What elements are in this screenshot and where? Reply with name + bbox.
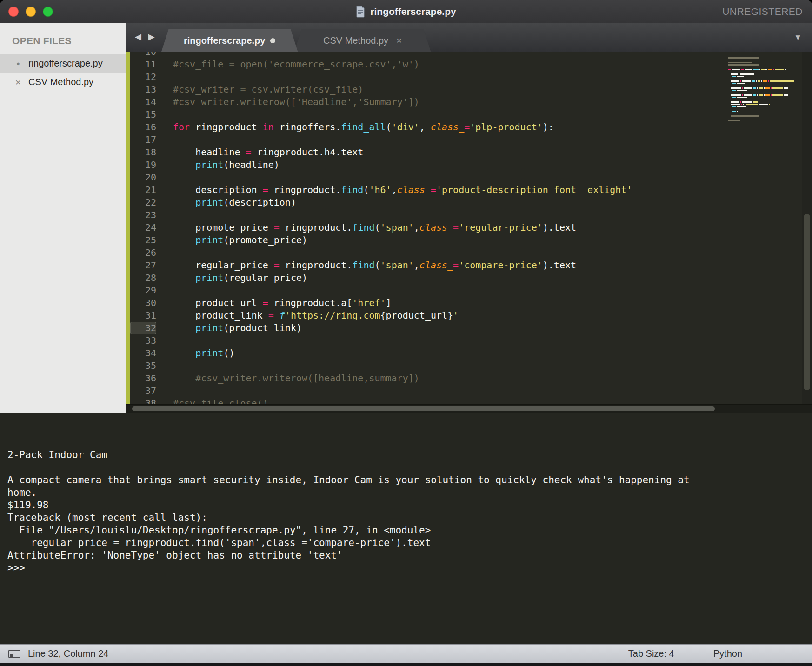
code-text: headline = ringproduct.h4.text: [156, 146, 363, 159]
code-line-23: 23: [126, 209, 812, 221]
sublime-window: ringofferscrape.py UNREGISTERED OPEN FIL…: [0, 0, 812, 666]
horizontal-scrollbar[interactable]: [126, 404, 812, 413]
close-icon[interactable]: ×: [14, 77, 22, 87]
line-number: 16: [130, 121, 156, 133]
line-number: 15: [130, 108, 156, 121]
code-line-26: 26: [126, 246, 812, 259]
line-number: 33: [130, 334, 156, 347]
code-text: [156, 133, 173, 146]
line-number: 18: [130, 146, 156, 159]
code-text: product_link = f'https://ring.com{produc…: [156, 309, 459, 322]
line-number: 24: [130, 221, 156, 234]
code-line-34: 34 print(): [126, 347, 812, 360]
status-right-group: Tab Size: 4 Python: [628, 648, 812, 659]
line-number: 32: [130, 322, 156, 334]
tab-csv-method.py[interactable]: CSV Method.py×: [294, 29, 431, 52]
code-line-16: 16for ringproduct in ringoffers.find_all…: [126, 121, 812, 133]
line-number: 30: [130, 297, 156, 309]
console-line: home.: [7, 486, 805, 499]
line-number: 19: [130, 159, 156, 171]
file-label: CSV Method.py: [28, 77, 93, 87]
close-window-button[interactable]: [8, 7, 19, 17]
panel-toggle-icon[interactable]: [8, 650, 20, 658]
code-text: print(headline): [156, 159, 280, 171]
tab-size-indicator[interactable]: Tab Size: 4: [628, 648, 674, 659]
code-line-36: 36 #csv_writer.writerow([headline,summar…: [126, 372, 812, 385]
line-number: 22: [130, 196, 156, 209]
line-number: 36: [130, 372, 156, 385]
code-text: #csv_file.close(): [156, 397, 268, 404]
tab-nav-arrows: ◀ ▶: [135, 32, 155, 42]
line-number: 37: [130, 385, 156, 397]
line-number: 25: [130, 234, 156, 246]
code-text: promote_price = ringproduct.find('span',…: [156, 221, 576, 234]
file-label: ringofferscrape.py: [28, 58, 103, 69]
console-line: A compact camera that brings smart secur…: [7, 474, 805, 486]
tab-prev-icon[interactable]: ◀: [135, 32, 141, 42]
unregistered-label: UNREGISTERED: [722, 6, 803, 17]
code-text: [156, 284, 173, 297]
line-number: 20: [130, 171, 156, 184]
code-line-37: 37: [126, 385, 812, 397]
code-text: #csv_writer.writerow([headline,summary]): [156, 372, 419, 385]
code-line-25: 25 print(promote_price): [126, 234, 812, 246]
zoom-window-button[interactable]: [43, 7, 53, 17]
code-line-31: 31 product_link = f'https://ring.com{pro…: [126, 309, 812, 322]
tab-overflow-icon[interactable]: ▼: [794, 33, 802, 42]
code-line-21: 21 description = ringproduct.find('h6',c…: [126, 184, 812, 196]
code-line-30: 30 product_url = ringproduct.a['href']: [126, 297, 812, 309]
code-text: product_url = ringproduct.a['href']: [156, 297, 392, 309]
syntax-indicator[interactable]: Python: [713, 648, 742, 659]
code-text: [156, 334, 173, 347]
tab-next-icon[interactable]: ▶: [148, 32, 155, 42]
minimize-window-button[interactable]: [26, 7, 36, 17]
window-bottom-edge: [0, 663, 812, 666]
console-line: >>>: [7, 562, 805, 574]
console-line: $119.98: [7, 499, 805, 512]
code-text: #csv_file = open('ecommerce_scrape.csv',…: [156, 58, 419, 71]
line-number: 14: [130, 96, 156, 108]
code-line-11: 11#csv_file = open('ecommerce_scrape.csv…: [126, 58, 812, 71]
code-line-38: 38#csv_file.close(): [126, 397, 812, 404]
modified-dot-icon: [270, 38, 275, 43]
traffic-lights: [8, 7, 53, 17]
tab-label: ringofferscrape.py: [184, 35, 266, 46]
editor-column: ◀ ▶ ringofferscrape.pyCSV Method.py× ▼ 1…: [126, 23, 812, 413]
code-text: [156, 209, 173, 221]
code-text: [156, 108, 173, 121]
code-text: [156, 71, 173, 83]
code-line-27: 27 regular_price = ringproduct.find('spa…: [126, 259, 812, 272]
sidebar-file-item[interactable]: ×CSV Method.py: [0, 73, 126, 91]
code-editor[interactable]: 1011#csv_file = open('ecommerce_scrape.c…: [126, 52, 812, 404]
console-output: 2-Pack Indoor Cam A compact camera that …: [7, 449, 805, 574]
line-number: 17: [130, 133, 156, 146]
minimap[interactable]: [728, 55, 798, 122]
minimap-row: [728, 120, 798, 122]
line-number: 21: [130, 184, 156, 196]
window-title-group: ringofferscrape.py: [356, 6, 456, 18]
console-line: File "/Users/louislu/Desktop/ringoffersc…: [7, 524, 805, 537]
tab-strip: ringofferscrape.pyCSV Method.py×: [161, 29, 431, 52]
code-text: regular_price = ringproduct.find('span',…: [156, 259, 576, 272]
line-number: 12: [130, 71, 156, 83]
line-number: 28: [130, 272, 156, 284]
code-text: [156, 246, 173, 259]
console-panel[interactable]: 2-Pack Indoor Cam A compact camera that …: [0, 413, 812, 644]
code-line-22: 22 print(description): [126, 196, 812, 209]
console-line: AttributeError: 'NoneType' object has no…: [7, 549, 805, 562]
vertical-scrollbar[interactable]: [802, 52, 812, 404]
code-text: description = ringproduct.find('h6',clas…: [156, 184, 632, 196]
code-line-32: 32 print(product_link): [126, 322, 812, 334]
window-title: ringofferscrape.py: [370, 6, 456, 17]
code-line-17: 17: [126, 133, 812, 146]
tab-label: CSV Method.py: [323, 35, 388, 46]
vertical-scrollbar-thumb[interactable]: [804, 214, 810, 390]
line-number: 29: [130, 284, 156, 297]
tab-close-icon[interactable]: ×: [396, 35, 402, 46]
document-icon: [356, 6, 365, 18]
tab-ringofferscrape.py[interactable]: ringofferscrape.py: [161, 29, 298, 52]
horizontal-scrollbar-thumb[interactable]: [132, 406, 715, 411]
console-line: 2-Pack Indoor Cam: [7, 449, 805, 461]
code-line-20: 20: [126, 171, 812, 184]
sidebar-file-item[interactable]: ●ringofferscrape.py: [0, 54, 126, 73]
